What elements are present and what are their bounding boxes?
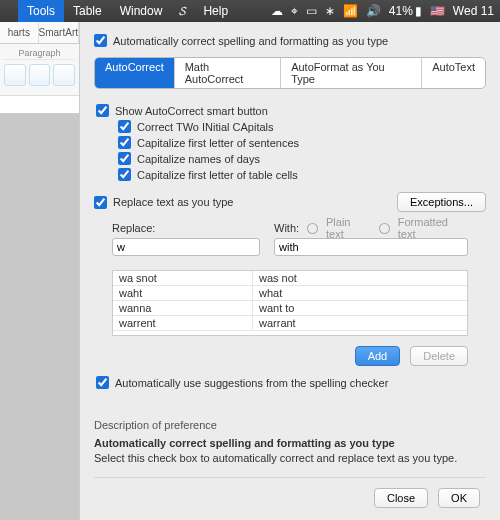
ribbon-tab-smartart[interactable]: SmartArt xyxy=(39,22,79,43)
menu-tools[interactable]: Tools xyxy=(18,0,64,22)
menubar: Tools Table Window 𝓢 Help ☁ ⌖ ▭ ∗ 📶 🔊 41… xyxy=(0,0,500,22)
flag-icon[interactable]: 🇺🇸 xyxy=(430,4,445,18)
exceptions-button[interactable]: Exceptions... xyxy=(397,192,486,212)
tab-math-autocorrect[interactable]: Math AutoCorrect xyxy=(175,58,281,88)
table-row: wannawant to xyxy=(113,301,467,316)
ribbon-icon[interactable] xyxy=(53,64,75,86)
ribbon-icon[interactable] xyxy=(29,64,51,86)
description-heading: Description of preference xyxy=(94,419,486,431)
autocorrect-dialog: Automatically correct spelling and forma… xyxy=(80,22,500,520)
description-title: Automatically correct spelling and forma… xyxy=(94,437,486,449)
location-icon[interactable]: ⌖ xyxy=(291,4,298,18)
smart-button-label: Show AutoCorrect smart button xyxy=(115,105,268,117)
opt-cap-table-cells[interactable] xyxy=(118,168,131,181)
description-panel: Description of preference Automatically … xyxy=(94,419,486,464)
document-background xyxy=(0,114,79,520)
replace-as-type-checkbox[interactable] xyxy=(94,196,107,209)
radio-formatted-text xyxy=(379,223,390,234)
opt-two-initial-caps[interactable] xyxy=(118,120,131,133)
volume-icon[interactable]: 🔊 xyxy=(366,4,381,18)
close-button[interactable]: Close xyxy=(374,488,428,508)
opt-cap-days[interactable] xyxy=(118,152,131,165)
battery-indicator[interactable]: 41% ▮ xyxy=(389,4,422,18)
cloud-icon[interactable]: ☁ xyxy=(271,4,283,18)
description-body: Select this check box to automatically c… xyxy=(94,452,486,464)
table-row: wahtwhat xyxy=(113,286,467,301)
wifi-icon[interactable]: 📶 xyxy=(343,4,358,18)
ribbon-tab-charts[interactable]: harts xyxy=(0,22,39,43)
replace-title: Replace: xyxy=(112,222,155,234)
tabstrip: AutoCorrect Math AutoCorrect AutoFormat … xyxy=(94,57,486,89)
ribbon-remnant: harts SmartArt Paragraph xyxy=(0,22,80,520)
menubar-right: ☁ ⌖ ▭ ∗ 📶 🔊 41% ▮ 🇺🇸 Wed 11 xyxy=(271,4,500,18)
ribbon-icon[interactable] xyxy=(4,64,26,86)
replacements-table[interactable]: wa snotwas not wahtwhat wannawant to war… xyxy=(112,270,468,336)
tab-autocorrect[interactable]: AutoCorrect xyxy=(95,58,175,88)
add-button[interactable]: Add xyxy=(355,346,401,366)
replace-input[interactable] xyxy=(112,238,260,256)
spellcheck-suggestions-checkbox[interactable] xyxy=(96,376,109,389)
menu-script-icon[interactable]: 𝓢 xyxy=(171,4,194,18)
with-title: With: xyxy=(274,222,299,234)
with-input[interactable] xyxy=(274,238,468,256)
delete-button[interactable]: Delete xyxy=(410,346,468,366)
opt-cap-sentences[interactable] xyxy=(118,136,131,149)
table-row: warrentwarrant xyxy=(113,316,467,331)
spellcheck-suggestions-label: Automatically use suggestions from the s… xyxy=(115,377,388,389)
menu-table[interactable]: Table xyxy=(64,0,111,22)
auto-correct-label: Automatically correct spelling and forma… xyxy=(113,35,388,47)
formatted-text-label: Formatted text xyxy=(398,216,468,240)
menu-window[interactable]: Window xyxy=(111,0,172,22)
table-row: wa snotwas not xyxy=(113,271,467,286)
replace-as-type-label: Replace text as you type xyxy=(113,196,233,208)
bluetooth-icon[interactable]: ∗ xyxy=(325,4,335,18)
plain-text-label: Plain text xyxy=(326,216,371,240)
ok-button[interactable]: OK xyxy=(438,488,480,508)
ruler xyxy=(0,96,79,114)
display-icon[interactable]: ▭ xyxy=(306,4,317,18)
auto-correct-checkbox[interactable] xyxy=(94,34,107,47)
smart-button-checkbox[interactable] xyxy=(96,104,109,117)
tab-autotext[interactable]: AutoText xyxy=(422,58,485,88)
ribbon-group-label: Paragraph xyxy=(4,47,75,60)
radio-plain-text xyxy=(307,223,318,234)
dialog-footer: Close OK xyxy=(94,477,486,520)
tab-autoformat[interactable]: AutoFormat as You Type xyxy=(281,58,422,88)
clock[interactable]: Wed 11 xyxy=(453,4,494,18)
menu-help[interactable]: Help xyxy=(194,0,237,22)
